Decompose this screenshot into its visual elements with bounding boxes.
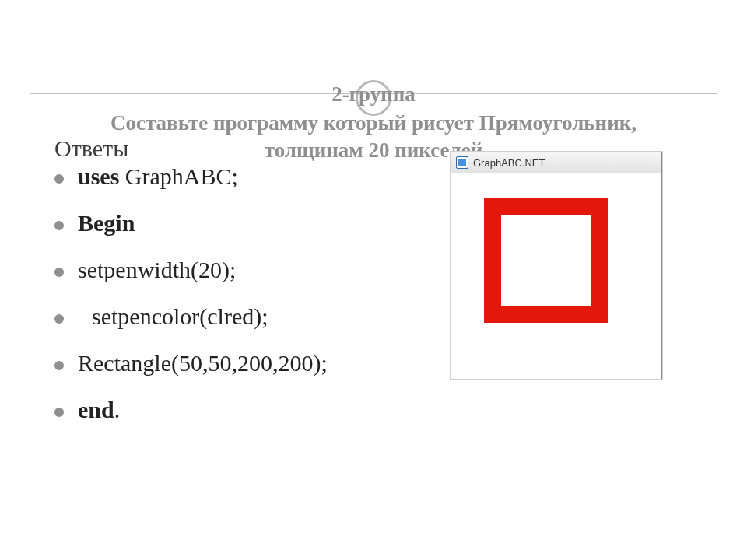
slide: 2-группа Составьте программу который рис… (0, 0, 747, 560)
app-icon (456, 156, 468, 169)
divider-bottom (30, 100, 717, 100)
code-line-rectangle: Rectangle(50,50,200,200); (54, 352, 459, 375)
title-ornament-circle (356, 80, 391, 116)
code-line-setpencolor: setpencolor(clred); (54, 305, 459, 328)
kw-begin: Begin (78, 210, 135, 236)
graphabc-window: GraphABC.NET (451, 152, 662, 379)
drawn-rectangle (484, 198, 608, 323)
code-line-uses: uses GraphABC; (54, 165, 459, 188)
end-dot: . (114, 397, 121, 422)
kw-uses: uses (78, 163, 119, 189)
code-list: uses GraphABC; Begin setpenwidth(20); se… (54, 165, 459, 445)
title-line-2: Составьте программу который рисует Прямо… (47, 110, 700, 137)
uses-module: GraphABC; (119, 163, 238, 189)
code-line-begin: Begin (54, 212, 459, 235)
setpencolor-text: setpencolor(clred); (78, 303, 268, 329)
window-title: GraphABC.NET (473, 157, 545, 169)
answers-heading: Ответы (54, 135, 128, 162)
code-line-setpenwidth: setpenwidth(20); (54, 258, 459, 282)
divider-top (30, 93, 717, 94)
title-line-1: 2-группа (47, 81, 700, 108)
kw-end: end (78, 397, 114, 422)
window-titlebar: GraphABC.NET (451, 152, 661, 173)
code-line-end: end. (54, 398, 459, 422)
window-canvas (451, 173, 661, 379)
